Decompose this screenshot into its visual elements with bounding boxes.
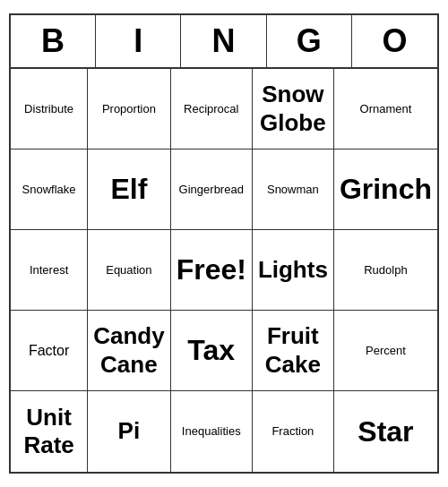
header-letter: I [96, 15, 181, 67]
bingo-grid: DistributeProportionReciprocalSnow Globe… [11, 69, 437, 472]
cell-text: Factor [29, 342, 69, 359]
cell-text: Percent [366, 344, 406, 358]
header-letter: N [181, 15, 266, 67]
bingo-cell: Inequalities [171, 391, 253, 472]
bingo-cell: Ornament [334, 69, 437, 150]
bingo-cell: Factor [11, 311, 88, 391]
cell-text: Lights [258, 256, 328, 284]
cell-text: Star [358, 414, 413, 449]
bingo-cell: Elf [88, 150, 170, 230]
bingo-cell: Snowflake [11, 150, 88, 230]
cell-text: Proportion [102, 102, 156, 116]
cell-text: Tax [187, 333, 235, 367]
bingo-cell: Snow Globe [253, 69, 334, 150]
cell-text: Equation [106, 263, 151, 278]
bingo-cell: Gingerbread [171, 150, 253, 230]
bingo-cell: Free! [171, 230, 253, 311]
cell-text: Ornament [360, 102, 412, 116]
bingo-cell: Interest [11, 230, 88, 311]
bingo-cell: Tax [171, 311, 253, 391]
cell-text: Fruit Cake [258, 322, 328, 378]
bingo-cell: Fruit Cake [253, 311, 334, 391]
header-letter: B [11, 15, 96, 67]
bingo-cell: Unit Rate [11, 391, 88, 472]
cell-text: Snowman [267, 183, 319, 197]
cell-text: Rudolph [364, 263, 407, 278]
bingo-cell: Star [334, 391, 437, 472]
cell-text: Distribute [24, 102, 73, 116]
cell-text: Free! [177, 252, 246, 286]
cell-text: Reciprocal [184, 102, 238, 116]
header-letter: O [352, 15, 437, 67]
bingo-cell: Pi [88, 391, 170, 472]
cell-text: Fraction [271, 424, 314, 439]
bingo-cell: Rudolph [334, 230, 437, 311]
cell-text: Snow Globe [258, 81, 328, 136]
cell-text: Elf [110, 172, 147, 206]
bingo-cell: Equation [88, 230, 170, 311]
header-letter: G [267, 15, 352, 67]
bingo-cell: Grinch [334, 150, 437, 230]
cell-text: Interest [30, 263, 68, 278]
cell-text: Candy Cane [93, 322, 164, 378]
bingo-cell: Snowman [253, 150, 334, 230]
bingo-cell: Reciprocal [171, 69, 253, 150]
bingo-cell: Percent [334, 311, 437, 391]
cell-text: Pi [118, 417, 141, 445]
bingo-header: BINGO [11, 15, 437, 69]
bingo-cell: Candy Cane [88, 311, 170, 391]
cell-text: Snowflake [22, 183, 76, 197]
cell-text: Gingerbread [179, 183, 244, 197]
cell-text: Grinch [340, 172, 432, 206]
cell-text: Inequalities [182, 424, 241, 439]
bingo-cell: Distribute [11, 69, 88, 150]
bingo-cell: Fraction [253, 391, 334, 472]
bingo-card: BINGO DistributeProportionReciprocalSnow… [9, 13, 439, 474]
cell-text: Unit Rate [16, 404, 82, 459]
bingo-cell: Proportion [88, 69, 170, 150]
bingo-cell: Lights [253, 230, 334, 311]
